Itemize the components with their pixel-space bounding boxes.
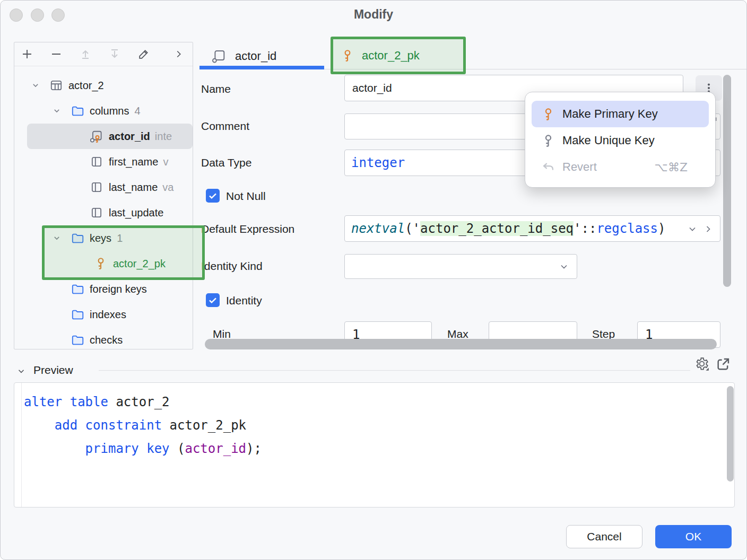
- minus-icon: [50, 48, 63, 60]
- not-null-checkbox[interactable]: [206, 189, 220, 203]
- tree-item-label: actor_2: [68, 80, 104, 92]
- column-icon: [212, 49, 227, 64]
- tree-item-foreign-keys[interactable]: foreign keys: [14, 276, 193, 302]
- pencil-icon: [137, 48, 150, 60]
- tree-item-indexes[interactable]: indexes: [14, 302, 193, 327]
- sql-identifier: actor_2: [108, 395, 170, 409]
- tree-item-checks[interactable]: checks: [14, 327, 193, 349]
- move-down-icon: [108, 48, 121, 60]
- folder-icon: [71, 333, 84, 347]
- edit-button[interactable]: [137, 48, 150, 60]
- expr-punct: '::: [574, 221, 596, 236]
- tree-item-label: first_name: [109, 156, 158, 168]
- tree-item-label: columns: [90, 105, 129, 117]
- plus-icon: [21, 48, 33, 60]
- key-context-menu: Make Primary Key Make Unique Key Revert …: [525, 92, 716, 188]
- preview-vertical-scrollbar[interactable]: [727, 386, 734, 482]
- tree-item-label: foreign keys: [90, 283, 147, 295]
- folder-icon: [71, 282, 84, 296]
- tab-actor-2-pk[interactable]: actor_2_pk: [331, 37, 466, 74]
- collapse-preview-icon[interactable]: [16, 366, 26, 376]
- sql-keyword: primary key: [85, 441, 170, 456]
- sql-column-ref: actor_id: [185, 441, 246, 456]
- checkmark-icon: [207, 294, 219, 306]
- cancel-button-label: Cancel: [587, 530, 621, 543]
- structure-panel: actor_2 columns 4 actor_id inte: [14, 42, 193, 349]
- tree-item-type: v: [163, 156, 168, 168]
- table-icon: [49, 78, 63, 92]
- tree-item-type: va: [162, 181, 173, 194]
- dropdown-corner-tick: [706, 368, 708, 370]
- chevron-down-icon: [559, 261, 569, 272]
- preview-settings-button[interactable]: [694, 356, 710, 372]
- tab-actor-id[interactable]: actor_id: [212, 46, 276, 66]
- tree-item-actor-id[interactable]: actor_id inte: [27, 124, 193, 149]
- form-vertical-scrollbar[interactable]: [723, 75, 731, 287]
- tab-label: actor_id: [235, 49, 276, 63]
- tree-item-actor-2[interactable]: actor_2: [14, 73, 193, 98]
- tree-item-label: checks: [90, 334, 123, 346]
- tree-item-last-update[interactable]: last_update: [14, 200, 193, 225]
- tree-item-label: last_update: [109, 207, 163, 219]
- column-icon: [90, 155, 103, 169]
- checkmark-icon: [207, 190, 219, 202]
- key-icon: [541, 134, 555, 148]
- ok-button-label: OK: [685, 530, 701, 543]
- key-icon: [541, 107, 555, 121]
- expand-panel-button[interactable]: [172, 48, 185, 60]
- move-up-button[interactable]: [79, 48, 92, 60]
- dialog-title: Modify: [1, 7, 746, 22]
- sql-keyword: add constraint: [55, 418, 162, 433]
- tree-item-last-name[interactable]: last_name va: [14, 174, 193, 200]
- chevron-right-icon[interactable]: [703, 224, 714, 234]
- structure-tree: actor_2 columns 4 actor_id inte: [14, 73, 193, 349]
- folder-icon: [71, 231, 84, 245]
- ok-button[interactable]: OK: [655, 525, 732, 548]
- tab-label: actor_2_pk: [362, 49, 420, 63]
- preview-divider: [99, 370, 690, 371]
- sql-indent: [24, 441, 85, 456]
- tree-item-actor-2-pk[interactable]: actor_2_pk: [14, 251, 193, 276]
- identity-kind-label: Identity Kind: [201, 260, 263, 273]
- cancel-button[interactable]: Cancel: [566, 525, 642, 548]
- structure-toolbar: [14, 42, 193, 66]
- chevron-down-icon[interactable]: [687, 224, 698, 234]
- sql-preview-code: alter table actor_2 add constraint actor…: [24, 390, 262, 460]
- datatype-value: integer: [351, 155, 405, 170]
- chevron-down-icon: [51, 233, 62, 243]
- identity-label: Identity: [226, 294, 262, 307]
- folder-icon: [71, 308, 84, 321]
- identity-kind-select[interactable]: [344, 254, 577, 279]
- tree-item-first-name[interactable]: first_name v: [14, 149, 193, 174]
- key-icon: [341, 49, 354, 63]
- menu-item-label: Make Unique Key: [562, 134, 655, 147]
- tree-item-columns[interactable]: columns 4: [14, 98, 193, 124]
- column-key-icon: [90, 129, 103, 143]
- menu-item-make-unique-key[interactable]: Make Unique Key: [532, 127, 709, 154]
- name-label: Name: [201, 83, 231, 95]
- key-icon: [94, 257, 108, 270]
- remove-button[interactable]: [50, 48, 63, 60]
- menu-item-label: Revert: [562, 160, 597, 174]
- move-down-button[interactable]: [108, 48, 121, 60]
- add-button[interactable]: [21, 48, 33, 60]
- move-up-icon: [79, 48, 92, 60]
- sql-punct: );: [246, 441, 262, 456]
- default-expression-input[interactable]: nextval('actor_2_actor_id_seq'::regclass…: [344, 215, 720, 242]
- open-in-editor-icon[interactable]: [716, 357, 731, 372]
- preview-title: Preview: [33, 364, 73, 377]
- menu-item-make-primary-key[interactable]: Make Primary Key: [532, 101, 709, 127]
- menu-item-revert[interactable]: Revert ⌥⌘Z: [532, 154, 709, 180]
- tree-item-type: inte: [155, 130, 172, 143]
- identity-checkbox[interactable]: [206, 293, 220, 307]
- tree-item-count: 1: [117, 232, 123, 244]
- expr-regclass: regclass: [596, 221, 658, 236]
- active-tab-indicator: [199, 66, 324, 69]
- form-horizontal-scrollbar[interactable]: [205, 339, 717, 349]
- tree-item-keys[interactable]: keys 1: [14, 225, 193, 251]
- comment-label: Comment: [201, 120, 249, 133]
- editor-gutter: [21, 383, 22, 507]
- tree-item-label: keys: [90, 232, 111, 244]
- tree-item-count: 4: [134, 105, 140, 117]
- sql-preview-pane[interactable]: alter table actor_2 add constraint actor…: [14, 382, 735, 508]
